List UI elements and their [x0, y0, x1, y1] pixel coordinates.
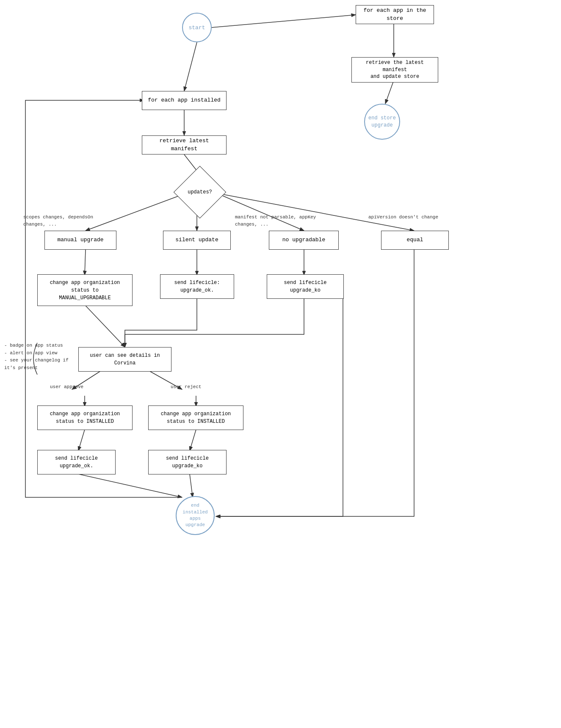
svg-line-21 — [190, 474, 193, 497]
equal-label: equal — [406, 236, 423, 244]
retrieve-manifest-store-node: retrieve the latest manifestand update s… — [351, 57, 438, 83]
user-reject-label: user reject — [171, 384, 202, 389]
silent-update-node: silent update — [163, 231, 231, 250]
send-lifecycle-ko-end-label: send lifecicleupgrade_ko — [166, 455, 209, 470]
for-each-installed-label: for each app installed — [148, 97, 221, 104]
flowchart-canvas: start for each app in the store retrieve… — [0, 0, 561, 728]
send-lifecycle-ok-node: send lifecicle:upgrade_ok. — [160, 274, 234, 299]
retrieve-latest-manifest-node: retrieve latest manifest — [142, 135, 227, 154]
user-can-see-label: user can see details inCorvina — [90, 352, 160, 367]
user-approve-label: user approve — [50, 384, 83, 389]
change-status-installed-approve-node: change app organizationstatus to INSTALL… — [37, 405, 133, 430]
send-lifecycle-ko-no-label: send lifecicleupgrade_ko — [284, 279, 327, 294]
end-installed-label: endinstalledappsupgrade — [182, 502, 207, 529]
svg-line-3 — [184, 42, 197, 91]
svg-line-10 — [85, 250, 86, 275]
change-status-installed-reject-label: change app organizationstatus to INSTALL… — [161, 410, 231, 425]
for-each-store-node: for each app in the store — [356, 5, 434, 24]
end-store-upgrade-node: end storeupgrade — [364, 104, 400, 140]
retrieve-latest-manifest-label: retrieve latest manifest — [146, 137, 222, 152]
retrieve-manifest-store-label: retrieve the latest manifestand update s… — [356, 59, 434, 80]
send-lifecycle-ko-end-node: send lifecicleupgrade_ko — [148, 450, 227, 474]
change-status-installed-approve-label: change app organizationstatus to INSTALL… — [50, 410, 120, 425]
user-can-see-node: user can see details inCorvina — [78, 347, 171, 372]
silent-update-label: silent update — [175, 236, 218, 244]
svg-line-18 — [78, 430, 85, 451]
scopes-annotation: scopes changes, dependsOn changes, ... — [23, 214, 108, 228]
send-lifecycle-ok-end-label: send lifecicleupgrade_ok. — [55, 455, 98, 470]
send-lifecycle-ok-end-node: send lifecicleupgrade_ok. — [37, 450, 116, 474]
manual-upgrade-label: manual upgrade — [57, 236, 103, 244]
manifest-annotation: manifest not parsable, appKey changes, .… — [235, 214, 326, 228]
change-status-installed-reject-node: change app organizationstatus to INSTALL… — [148, 405, 243, 430]
svg-line-20 — [78, 474, 182, 497]
apiversion-annotation: apiVersion doesn't change — [368, 214, 445, 221]
no-upgradable-label: no upgradable — [282, 236, 325, 244]
change-status-manual-label: change app organizationstatus toMANUAL_U… — [50, 279, 120, 302]
send-lifecycle-ko-no-node: send lifecicleupgrade_ko — [267, 274, 344, 299]
svg-line-2 — [385, 80, 394, 104]
send-lifecycle-ok-label: send lifecicle:upgrade_ok. — [174, 279, 220, 294]
badge-annotation: - badge on app status- alert on app view… — [4, 342, 72, 372]
end-store-upgrade-label: end storeupgrade — [368, 115, 396, 129]
svg-line-0 — [212, 15, 356, 28]
no-upgradable-node: no upgradable — [269, 231, 339, 250]
updates-diamond-node: updates? — [174, 166, 226, 218]
end-installed-node: endinstalledappsupgrade — [176, 496, 215, 535]
updates-diamond-label: updates? — [188, 189, 212, 195]
start-label: start — [188, 25, 205, 31]
for-each-store-label: for each app in the store — [360, 7, 429, 22]
equal-node: equal — [381, 231, 449, 250]
svg-line-19 — [190, 430, 196, 451]
svg-line-13 — [85, 305, 125, 347]
manual-upgrade-node: manual upgrade — [44, 231, 116, 250]
change-status-manual-node: change app organizationstatus toMANUAL_U… — [37, 274, 133, 306]
start-node: start — [182, 13, 212, 42]
for-each-installed-node: for each app installed — [142, 91, 227, 110]
